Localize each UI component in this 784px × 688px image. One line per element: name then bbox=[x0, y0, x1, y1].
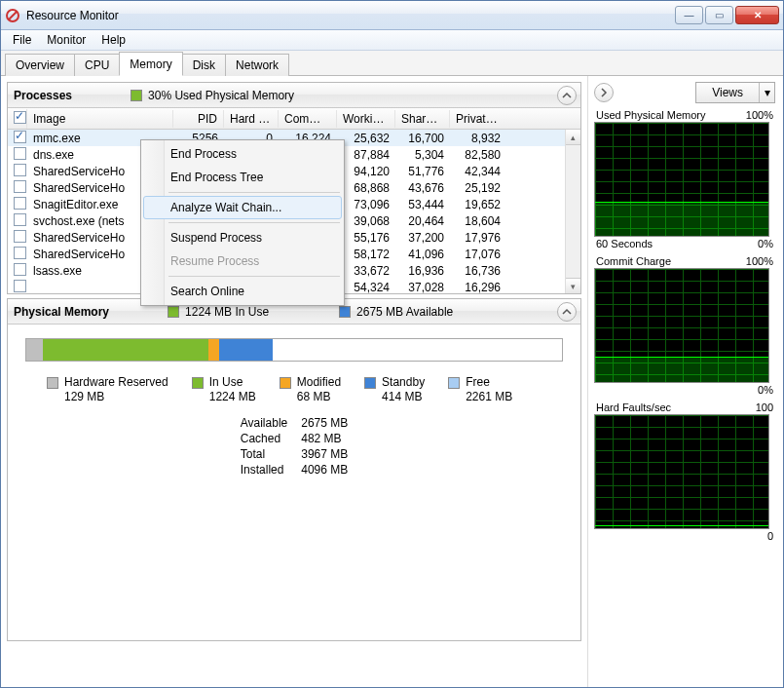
views-dropdown[interactable]: Views ▾ bbox=[695, 82, 775, 103]
physical-memory-collapse-button[interactable] bbox=[557, 302, 577, 322]
stat-cached-value: 482 MB bbox=[301, 432, 348, 445]
row-checkbox[interactable] bbox=[14, 147, 26, 160]
chart-block: Hard Faults/sec1000 bbox=[594, 401, 775, 542]
chart-canvas bbox=[594, 268, 769, 383]
legend-modified-value: 68 MB bbox=[297, 390, 341, 404]
processes-columns: Image PID Hard Fa... Commi... Workin... … bbox=[8, 108, 580, 130]
column-checkbox[interactable] bbox=[8, 109, 27, 129]
cell-private: 19,652 bbox=[450, 196, 506, 213]
menu-monitor[interactable]: Monitor bbox=[39, 31, 93, 49]
menu-file[interactable]: File bbox=[5, 31, 39, 49]
cell-shareable: 53,444 bbox=[395, 196, 450, 213]
column-image[interactable]: Image bbox=[27, 110, 173, 128]
legend-inuse-value: 1224 MB bbox=[209, 390, 256, 404]
chart-canvas bbox=[594, 122, 769, 237]
menu-help[interactable]: Help bbox=[93, 31, 133, 49]
svg-line-1 bbox=[9, 12, 17, 19]
stat-installed-label: Installed bbox=[241, 463, 287, 477]
memory-usage-chip-icon bbox=[131, 90, 142, 101]
maximize-button[interactable]: ▭ bbox=[705, 6, 733, 24]
processes-collapse-button[interactable] bbox=[557, 86, 577, 105]
scroll-up-icon[interactable]: ▴ bbox=[566, 130, 580, 145]
row-checkbox[interactable] bbox=[14, 131, 26, 143]
legend-free-label: Free bbox=[466, 375, 512, 390]
cell-private: 16,296 bbox=[450, 279, 506, 296]
cell-shareable: 51,776 bbox=[395, 163, 450, 180]
ctx-analyze-wait-chain[interactable]: Analyze Wait Chain... bbox=[143, 196, 342, 219]
chart-max: 100 bbox=[756, 401, 773, 413]
tab-bar: Overview CPU Memory Disk Network bbox=[1, 51, 783, 76]
minimize-button[interactable]: — bbox=[675, 6, 703, 24]
charts-pane: Views ▾ Used Physical Memory100%60 Secon… bbox=[588, 76, 783, 687]
scroll-down-icon[interactable]: ▾ bbox=[566, 278, 580, 293]
charts-collapse-button[interactable] bbox=[594, 83, 614, 102]
row-checkbox[interactable] bbox=[14, 247, 26, 259]
chart-max: 100% bbox=[746, 109, 773, 121]
tab-disk[interactable]: Disk bbox=[182, 54, 226, 76]
stat-available-value: 2675 MB bbox=[301, 416, 348, 430]
legend-inuse-swatch bbox=[192, 377, 204, 389]
stat-total-value: 3967 MB bbox=[301, 447, 348, 461]
app-icon bbox=[5, 8, 20, 23]
processes-scrollbar[interactable]: ▴ ▾ bbox=[565, 130, 580, 293]
cell-shareable: 5,304 bbox=[395, 146, 450, 164]
column-hard-faults[interactable]: Hard Fa... bbox=[224, 110, 279, 128]
chart-bottom-right: 0 bbox=[767, 530, 773, 542]
cell-private: 25,192 bbox=[450, 179, 506, 197]
row-checkbox[interactable] bbox=[14, 213, 26, 226]
chart-block: Used Physical Memory100%60 Seconds0% bbox=[594, 109, 775, 249]
chart-title: Commit Charge bbox=[596, 255, 671, 267]
column-working[interactable]: Workin... bbox=[337, 110, 395, 128]
tab-cpu[interactable]: CPU bbox=[74, 54, 120, 76]
ctx-separator bbox=[168, 192, 340, 193]
ctx-end-process-tree[interactable]: End Process Tree bbox=[143, 166, 342, 189]
legend-inuse-label: In Use bbox=[209, 375, 256, 390]
ctx-separator bbox=[168, 222, 340, 223]
ctx-end-process[interactable]: End Process bbox=[143, 142, 342, 166]
chart-max: 100% bbox=[746, 255, 773, 267]
header-checkbox[interactable] bbox=[14, 111, 26, 124]
cell-working: 73,096 bbox=[337, 196, 395, 213]
row-checkbox[interactable] bbox=[14, 180, 26, 193]
row-checkbox[interactable] bbox=[14, 164, 26, 176]
column-commit[interactable]: Commi... bbox=[279, 110, 337, 128]
cell-working: 33,672 bbox=[337, 262, 395, 280]
processes-title: Processes bbox=[14, 89, 72, 102]
cell-working: 58,172 bbox=[337, 246, 395, 263]
row-checkbox[interactable] bbox=[14, 280, 26, 292]
in-use-chip-icon bbox=[168, 306, 179, 318]
legend-standby-value: 414 MB bbox=[382, 390, 425, 404]
cell-working: 87,884 bbox=[337, 146, 395, 164]
row-checkbox[interactable] bbox=[14, 197, 26, 210]
tab-memory[interactable]: Memory bbox=[119, 52, 182, 76]
memory-bar-modified bbox=[208, 339, 219, 361]
menu-bar: File Monitor Help bbox=[1, 30, 783, 51]
row-checkbox[interactable] bbox=[14, 230, 26, 243]
stat-total-label: Total bbox=[241, 447, 287, 461]
cell-shareable: 16,936 bbox=[395, 262, 450, 280]
tab-overview[interactable]: Overview bbox=[5, 54, 75, 76]
cell-shareable: 43,676 bbox=[395, 179, 450, 197]
processes-header[interactable]: Processes 30% Used Physical Memory bbox=[8, 83, 580, 108]
ctx-suspend-process[interactable]: Suspend Process bbox=[143, 226, 342, 249]
chart-title: Hard Faults/sec bbox=[596, 401, 671, 413]
processes-subtitle: 30% Used Physical Memory bbox=[148, 89, 294, 102]
legend-hardware-swatch bbox=[47, 377, 58, 389]
title-bar: Resource Monitor — ▭ ✕ bbox=[1, 1, 783, 30]
cell-working: 94,120 bbox=[337, 163, 395, 180]
column-shareable[interactable]: Sharea... bbox=[395, 110, 450, 128]
legend-hardware-value: 129 MB bbox=[64, 390, 168, 404]
processes-section: Processes 30% Used Physical Memory Image… bbox=[7, 82, 581, 294]
tab-network[interactable]: Network bbox=[225, 54, 289, 76]
memory-bar-inuse bbox=[43, 339, 209, 361]
row-checkbox[interactable] bbox=[14, 263, 26, 276]
ctx-search-online[interactable]: Search Online bbox=[143, 280, 342, 303]
chevron-up-icon bbox=[562, 91, 572, 100]
close-button[interactable]: ✕ bbox=[735, 6, 779, 24]
column-pid[interactable]: PID bbox=[173, 110, 224, 128]
cell-private: 82,580 bbox=[450, 146, 506, 164]
cell-private: 42,344 bbox=[450, 163, 506, 180]
window-title: Resource Monitor bbox=[26, 9, 675, 22]
chart-title: Used Physical Memory bbox=[596, 109, 705, 121]
column-private[interactable]: Private ... bbox=[450, 110, 506, 128]
